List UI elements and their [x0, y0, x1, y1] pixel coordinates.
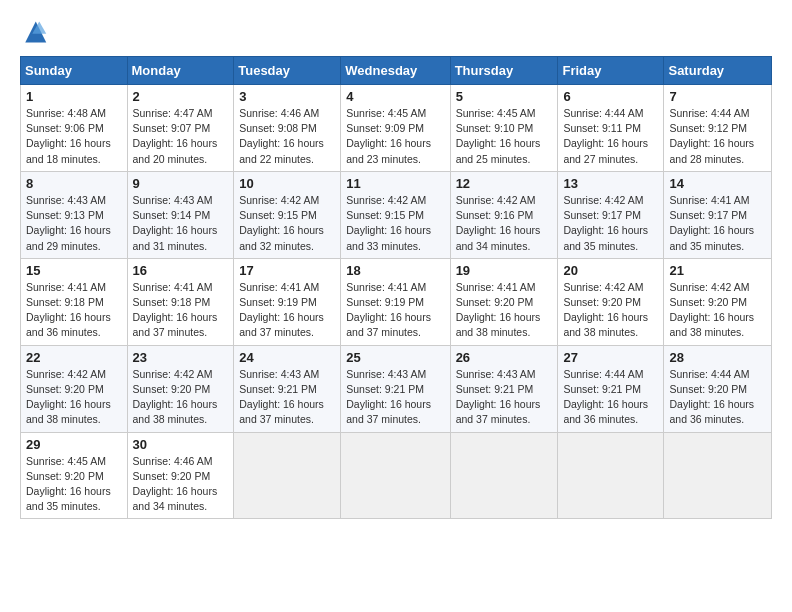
- page: SundayMondayTuesdayWednesdayThursdayFrid…: [0, 0, 792, 537]
- weekday-header-sunday: Sunday: [21, 57, 128, 85]
- day-detail: Sunrise: 4:47 AMSunset: 9:07 PMDaylight:…: [133, 106, 229, 167]
- day-detail: Sunrise: 4:41 AMSunset: 9:19 PMDaylight:…: [346, 280, 444, 341]
- calendar-cell: 29Sunrise: 4:45 AMSunset: 9:20 PMDayligh…: [21, 432, 128, 519]
- weekday-header-wednesday: Wednesday: [341, 57, 450, 85]
- day-number: 13: [563, 176, 658, 191]
- calendar-week-row: 15Sunrise: 4:41 AMSunset: 9:18 PMDayligh…: [21, 258, 772, 345]
- day-detail: Sunrise: 4:46 AMSunset: 9:20 PMDaylight:…: [133, 454, 229, 515]
- calendar-cell: 9Sunrise: 4:43 AMSunset: 9:14 PMDaylight…: [127, 171, 234, 258]
- day-detail: Sunrise: 4:41 AMSunset: 9:18 PMDaylight:…: [26, 280, 122, 341]
- calendar-cell: 3Sunrise: 4:46 AMSunset: 9:08 PMDaylight…: [234, 85, 341, 172]
- calendar-cell: 24Sunrise: 4:43 AMSunset: 9:21 PMDayligh…: [234, 345, 341, 432]
- day-detail: Sunrise: 4:41 AMSunset: 9:18 PMDaylight:…: [133, 280, 229, 341]
- day-number: 10: [239, 176, 335, 191]
- calendar-cell: 20Sunrise: 4:42 AMSunset: 9:20 PMDayligh…: [558, 258, 664, 345]
- weekday-header-monday: Monday: [127, 57, 234, 85]
- calendar-cell: 22Sunrise: 4:42 AMSunset: 9:20 PMDayligh…: [21, 345, 128, 432]
- day-detail: Sunrise: 4:41 AMSunset: 9:20 PMDaylight:…: [456, 280, 553, 341]
- calendar-week-row: 29Sunrise: 4:45 AMSunset: 9:20 PMDayligh…: [21, 432, 772, 519]
- day-detail: Sunrise: 4:42 AMSunset: 9:15 PMDaylight:…: [239, 193, 335, 254]
- day-detail: Sunrise: 4:42 AMSunset: 9:20 PMDaylight:…: [563, 280, 658, 341]
- day-number: 9: [133, 176, 229, 191]
- calendar-cell: 5Sunrise: 4:45 AMSunset: 9:10 PMDaylight…: [450, 85, 558, 172]
- calendar-cell: 4Sunrise: 4:45 AMSunset: 9:09 PMDaylight…: [341, 85, 450, 172]
- day-number: 26: [456, 350, 553, 365]
- day-detail: Sunrise: 4:43 AMSunset: 9:14 PMDaylight:…: [133, 193, 229, 254]
- logo: [20, 18, 52, 46]
- day-detail: Sunrise: 4:45 AMSunset: 9:09 PMDaylight:…: [346, 106, 444, 167]
- calendar-cell: 26Sunrise: 4:43 AMSunset: 9:21 PMDayligh…: [450, 345, 558, 432]
- day-detail: Sunrise: 4:41 AMSunset: 9:19 PMDaylight:…: [239, 280, 335, 341]
- day-number: 30: [133, 437, 229, 452]
- day-number: 18: [346, 263, 444, 278]
- day-number: 8: [26, 176, 122, 191]
- calendar-cell: 30Sunrise: 4:46 AMSunset: 9:20 PMDayligh…: [127, 432, 234, 519]
- calendar-cell: 11Sunrise: 4:42 AMSunset: 9:15 PMDayligh…: [341, 171, 450, 258]
- day-detail: Sunrise: 4:45 AMSunset: 9:10 PMDaylight:…: [456, 106, 553, 167]
- calendar-cell: 8Sunrise: 4:43 AMSunset: 9:13 PMDaylight…: [21, 171, 128, 258]
- day-number: 15: [26, 263, 122, 278]
- day-number: 17: [239, 263, 335, 278]
- day-detail: Sunrise: 4:44 AMSunset: 9:11 PMDaylight:…: [563, 106, 658, 167]
- calendar-cell: 16Sunrise: 4:41 AMSunset: 9:18 PMDayligh…: [127, 258, 234, 345]
- day-number: 16: [133, 263, 229, 278]
- day-number: 7: [669, 89, 766, 104]
- day-detail: Sunrise: 4:43 AMSunset: 9:13 PMDaylight:…: [26, 193, 122, 254]
- day-number: 4: [346, 89, 444, 104]
- day-number: 28: [669, 350, 766, 365]
- weekday-header-thursday: Thursday: [450, 57, 558, 85]
- day-number: 24: [239, 350, 335, 365]
- calendar-cell: 18Sunrise: 4:41 AMSunset: 9:19 PMDayligh…: [341, 258, 450, 345]
- calendar-cell: 28Sunrise: 4:44 AMSunset: 9:20 PMDayligh…: [664, 345, 772, 432]
- calendar-cell: [664, 432, 772, 519]
- day-number: 12: [456, 176, 553, 191]
- calendar-header-row: SundayMondayTuesdayWednesdayThursdayFrid…: [21, 57, 772, 85]
- logo-icon: [20, 18, 48, 46]
- day-detail: Sunrise: 4:43 AMSunset: 9:21 PMDaylight:…: [346, 367, 444, 428]
- day-number: 6: [563, 89, 658, 104]
- day-detail: Sunrise: 4:44 AMSunset: 9:20 PMDaylight:…: [669, 367, 766, 428]
- calendar-cell: 17Sunrise: 4:41 AMSunset: 9:19 PMDayligh…: [234, 258, 341, 345]
- calendar-cell: 21Sunrise: 4:42 AMSunset: 9:20 PMDayligh…: [664, 258, 772, 345]
- calendar-cell: 1Sunrise: 4:48 AMSunset: 9:06 PMDaylight…: [21, 85, 128, 172]
- day-detail: Sunrise: 4:46 AMSunset: 9:08 PMDaylight:…: [239, 106, 335, 167]
- calendar-week-row: 8Sunrise: 4:43 AMSunset: 9:13 PMDaylight…: [21, 171, 772, 258]
- header: [20, 18, 772, 46]
- calendar-cell: [558, 432, 664, 519]
- day-number: 23: [133, 350, 229, 365]
- day-detail: Sunrise: 4:44 AMSunset: 9:21 PMDaylight:…: [563, 367, 658, 428]
- day-detail: Sunrise: 4:42 AMSunset: 9:20 PMDaylight:…: [669, 280, 766, 341]
- day-number: 19: [456, 263, 553, 278]
- calendar-table: SundayMondayTuesdayWednesdayThursdayFrid…: [20, 56, 772, 519]
- day-number: 21: [669, 263, 766, 278]
- day-detail: Sunrise: 4:41 AMSunset: 9:17 PMDaylight:…: [669, 193, 766, 254]
- calendar-cell: 23Sunrise: 4:42 AMSunset: 9:20 PMDayligh…: [127, 345, 234, 432]
- day-detail: Sunrise: 4:42 AMSunset: 9:15 PMDaylight:…: [346, 193, 444, 254]
- weekday-header-saturday: Saturday: [664, 57, 772, 85]
- calendar-cell: 7Sunrise: 4:44 AMSunset: 9:12 PMDaylight…: [664, 85, 772, 172]
- day-detail: Sunrise: 4:42 AMSunset: 9:20 PMDaylight:…: [133, 367, 229, 428]
- weekday-header-tuesday: Tuesday: [234, 57, 341, 85]
- day-detail: Sunrise: 4:42 AMSunset: 9:17 PMDaylight:…: [563, 193, 658, 254]
- calendar-cell: 12Sunrise: 4:42 AMSunset: 9:16 PMDayligh…: [450, 171, 558, 258]
- day-detail: Sunrise: 4:43 AMSunset: 9:21 PMDaylight:…: [456, 367, 553, 428]
- calendar-cell: 15Sunrise: 4:41 AMSunset: 9:18 PMDayligh…: [21, 258, 128, 345]
- calendar-week-row: 22Sunrise: 4:42 AMSunset: 9:20 PMDayligh…: [21, 345, 772, 432]
- day-number: 2: [133, 89, 229, 104]
- day-number: 1: [26, 89, 122, 104]
- day-number: 5: [456, 89, 553, 104]
- calendar-cell: 27Sunrise: 4:44 AMSunset: 9:21 PMDayligh…: [558, 345, 664, 432]
- day-detail: Sunrise: 4:42 AMSunset: 9:20 PMDaylight:…: [26, 367, 122, 428]
- calendar-cell: 13Sunrise: 4:42 AMSunset: 9:17 PMDayligh…: [558, 171, 664, 258]
- day-detail: Sunrise: 4:44 AMSunset: 9:12 PMDaylight:…: [669, 106, 766, 167]
- calendar-week-row: 1Sunrise: 4:48 AMSunset: 9:06 PMDaylight…: [21, 85, 772, 172]
- calendar-cell: 19Sunrise: 4:41 AMSunset: 9:20 PMDayligh…: [450, 258, 558, 345]
- day-number: 22: [26, 350, 122, 365]
- day-number: 20: [563, 263, 658, 278]
- day-number: 11: [346, 176, 444, 191]
- day-number: 29: [26, 437, 122, 452]
- day-detail: Sunrise: 4:43 AMSunset: 9:21 PMDaylight:…: [239, 367, 335, 428]
- calendar-cell: 10Sunrise: 4:42 AMSunset: 9:15 PMDayligh…: [234, 171, 341, 258]
- day-number: 25: [346, 350, 444, 365]
- day-number: 14: [669, 176, 766, 191]
